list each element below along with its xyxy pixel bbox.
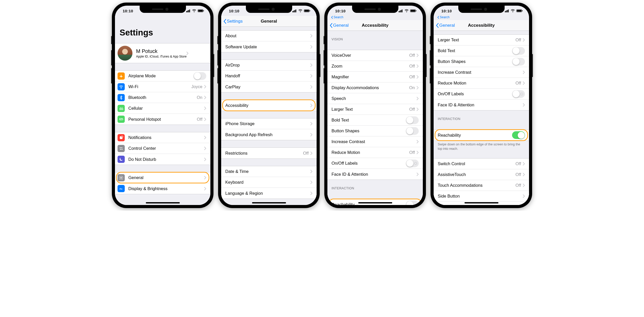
svg-rect-3 xyxy=(189,10,190,12)
row-voiceover[interactable]: VoiceOverOff xyxy=(327,50,423,61)
row-hotspot[interactable]: Personal HotspotOff xyxy=(115,114,210,125)
reachability-toggle[interactable] xyxy=(512,131,525,139)
home-indicator[interactable] xyxy=(146,202,180,203)
onoff-labels-toggle[interactable] xyxy=(512,90,525,98)
row-airplane[interactable]: Airplane Mode xyxy=(115,71,210,81)
content[interactable]: General Accessibility Larger TextOffBold… xyxy=(434,20,529,205)
row-label: Bluetooth xyxy=(128,95,197,100)
row-display[interactable]: AADisplay & Brightness xyxy=(115,183,210,194)
row-dnd[interactable]: Do Not Disturb xyxy=(115,154,210,165)
settings-group: iPhone StorageBackground App Refresh xyxy=(221,118,317,140)
svg-rect-0 xyxy=(186,11,187,12)
content[interactable]: General Accessibility VISIONVoiceOverOff… xyxy=(327,20,423,205)
row-reduce-motion[interactable]: Reduce MotionOff xyxy=(327,147,423,158)
bold-text-toggle[interactable] xyxy=(512,47,525,55)
button-shapes-toggle[interactable] xyxy=(512,58,525,66)
row-bold-text[interactable]: Bold Text xyxy=(434,45,529,56)
settings-group: AirDropHandoffCarPlay xyxy=(221,60,317,92)
row-control-center[interactable]: Control Center xyxy=(115,143,210,154)
row-label: Magnifier xyxy=(332,74,409,79)
reachability-toggle[interactable] xyxy=(406,201,419,205)
row-label: Zoom xyxy=(332,64,409,69)
home-indicator[interactable] xyxy=(252,202,286,203)
row-date-time[interactable]: Date & Time xyxy=(221,166,317,177)
row-label: Do Not Disturb xyxy=(128,157,204,162)
row-airdrop[interactable]: AirDrop xyxy=(221,60,317,71)
settings-group: NotificationsControl CenterDo Not Distur… xyxy=(115,132,210,165)
back-label: General xyxy=(439,23,455,28)
back-button[interactable]: General xyxy=(436,23,455,28)
svg-rect-37 xyxy=(508,10,509,12)
row-faceid-attention[interactable]: Face ID & Attention xyxy=(327,169,423,180)
row-software-update[interactable]: Software Update xyxy=(221,41,317,52)
chevron-right-icon xyxy=(417,140,419,143)
row-zoom[interactable]: ZoomOff xyxy=(327,61,423,72)
row-increase-contrast[interactable]: Increase Contrast xyxy=(327,136,423,147)
home-indicator[interactable] xyxy=(358,202,392,203)
iphone-frame: 10:10 Settings General AboutSoftware Upd… xyxy=(218,3,320,208)
row-touch-accom[interactable]: Touch AccommodationsOff xyxy=(434,180,529,191)
row-wifi[interactable]: Wi-FiJoyce xyxy=(115,81,210,92)
row-accessibility[interactable]: Accessibility xyxy=(221,100,317,111)
airplane-toggle[interactable] xyxy=(193,72,206,80)
iphone-frame: 10:10 Settings M Potuck Apple ID, iCloud… xyxy=(112,3,213,208)
svg-rect-7 xyxy=(203,10,204,11)
status-icons xyxy=(399,9,417,12)
row-keyboard[interactable]: Keyboard xyxy=(221,177,317,188)
row-label: iPhone Storage xyxy=(225,121,310,126)
row-label: Button Shapes xyxy=(438,59,512,64)
content[interactable]: Settings General AboutSoftware UpdateAir… xyxy=(221,16,317,205)
search-back[interactable]: Search xyxy=(437,15,450,19)
nav-bar: General Accessibility xyxy=(327,20,423,31)
button-shapes-toggle[interactable] xyxy=(406,127,419,135)
row-speech[interactable]: Speech xyxy=(327,93,423,104)
row-bg-refresh[interactable]: Background App Refresh xyxy=(221,129,317,140)
row-label: Button Shapes xyxy=(332,128,406,133)
onoff-labels-toggle[interactable] xyxy=(406,160,419,167)
row-reduce-motion[interactable]: Reduce MotionOff xyxy=(434,78,529,89)
row-reachability[interactable]: Reachability xyxy=(434,130,529,141)
row-larger-text[interactable]: Larger TextOff xyxy=(327,104,423,115)
row-about[interactable]: About xyxy=(221,31,317,41)
row-switch-control[interactable]: Switch ControlOff xyxy=(434,158,529,169)
row-side-button[interactable]: Side Button xyxy=(434,191,529,202)
row-label: Control Center xyxy=(128,146,204,151)
content[interactable]: Settings M Potuck Apple ID, iCloud, iTun… xyxy=(115,16,210,205)
chevron-right-icon xyxy=(417,97,419,100)
row-button-shapes[interactable]: Button Shapes xyxy=(434,56,529,67)
row-iphone-storage[interactable]: iPhone Storage xyxy=(221,118,317,129)
back-button[interactable]: Settings xyxy=(223,19,243,24)
chevron-right-icon xyxy=(310,34,312,38)
row-bluetooth[interactable]: BluetoothOn xyxy=(115,92,210,103)
settings-group: Switch ControlOffAssistiveTouchOffTouch … xyxy=(434,158,529,205)
row-onoff-labels[interactable]: On/Off Labels xyxy=(434,89,529,99)
row-display-accom[interactable]: Display AccommodationsOn xyxy=(327,82,423,93)
row-carplay[interactable]: CarPlay xyxy=(221,81,317,92)
back-button[interactable]: General xyxy=(329,23,348,28)
row-assistivetouch[interactable]: AssistiveTouchOff xyxy=(434,169,529,180)
row-faceid-attention[interactable]: Face ID & Attention xyxy=(434,99,529,110)
row-bold-text[interactable]: Bold Text xyxy=(327,115,423,126)
row-value: Off xyxy=(409,64,415,69)
row-lang-region[interactable]: Language & Region xyxy=(221,188,317,199)
row-magnifier[interactable]: MagnifierOff xyxy=(327,72,423,82)
row-increase-contrast[interactable]: Increase Contrast xyxy=(434,67,529,78)
notch xyxy=(140,6,186,13)
svg-rect-32 xyxy=(411,10,415,12)
status-icons xyxy=(505,9,523,12)
bold-text-toggle[interactable] xyxy=(406,116,419,124)
row-label: Bold Text xyxy=(332,118,406,123)
row-onoff-labels[interactable]: On/Off Labels xyxy=(327,158,423,169)
row-label: Handoff xyxy=(225,73,310,78)
row-restrictions[interactable]: RestrictionsOff xyxy=(221,148,317,158)
row-value: On xyxy=(197,95,202,100)
row-notifications[interactable]: Notifications xyxy=(115,132,210,143)
row-button-shapes[interactable]: Button Shapes xyxy=(327,126,423,136)
row-general[interactable]: General xyxy=(115,172,210,183)
row-larger-text[interactable]: Larger TextOff xyxy=(434,35,529,45)
home-indicator[interactable] xyxy=(464,202,498,203)
profile-row[interactable]: M Potuck Apple ID, iCloud, iTunes & App … xyxy=(115,43,210,63)
search-back[interactable]: Search xyxy=(331,15,343,19)
row-cellular[interactable]: Cellular xyxy=(115,103,210,114)
row-handoff[interactable]: Handoff xyxy=(221,71,317,81)
